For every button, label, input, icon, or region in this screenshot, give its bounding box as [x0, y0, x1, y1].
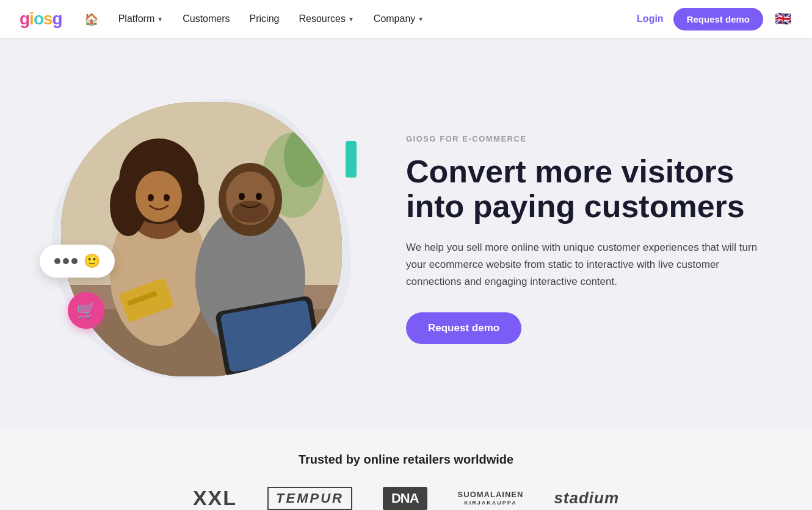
nav-company-label: Company	[374, 13, 415, 24]
nav-customers-label: Customers	[183, 13, 230, 24]
nav-resources-label: Resources	[299, 13, 345, 24]
hero-headline: Convert more visitors into paying custom…	[406, 154, 760, 224]
logo[interactable]: giosg	[20, 9, 62, 29]
cart-icon: 🛒	[68, 292, 104, 329]
trusted-title: Trusted by online retailers worldwide	[37, 453, 775, 467]
language-selector[interactable]: 🇬🇧	[773, 9, 792, 29]
nav-item-resources[interactable]: Resources ▼	[289, 9, 363, 29]
nav-item-company[interactable]: Company ▼	[364, 9, 433, 29]
svg-point-12	[148, 194, 154, 201]
request-demo-button-hero[interactable]: Request demo	[406, 312, 521, 344]
nav-item-pricing[interactable]: Pricing	[240, 9, 289, 29]
svg-point-19	[256, 193, 262, 200]
nav-right: Login Request demo 🇬🇧	[637, 8, 792, 31]
request-demo-button-nav[interactable]: Request demo	[673, 8, 763, 31]
hero-text: GIOSG FOR E-COMMERCE Convert more visito…	[406, 134, 760, 344]
home-nav-item[interactable]: 🏠	[79, 10, 104, 29]
svg-point-17	[232, 201, 269, 223]
brand-tempur: TEMPUR	[267, 487, 352, 510]
svg-point-3	[284, 126, 327, 187]
nav-item-platform[interactable]: Platform ▼	[109, 9, 173, 29]
brand-logos-row: XXL TEMPUR DNA SUOMALAINENKIRJAKAUPPA st…	[37, 486, 775, 510]
chevron-down-icon: ▼	[157, 16, 163, 23]
hero-blob	[52, 99, 351, 379]
chat-bubble: 🙂	[40, 245, 115, 278]
svg-point-13	[164, 194, 170, 201]
brand-xxl: XXL	[193, 486, 237, 510]
hero-body: We help you sell more online with unique…	[406, 239, 760, 290]
nav-links: Platform ▼ Customers Pricing Resources ▼…	[109, 9, 637, 29]
brand-stadium: stadium	[554, 489, 619, 508]
chat-dot	[54, 258, 60, 264]
chevron-down-icon: ▼	[418, 16, 424, 23]
chat-dot	[71, 258, 78, 264]
nav-platform-label: Platform	[118, 13, 155, 24]
brand-dna: DNA	[383, 487, 427, 510]
login-button[interactable]: Login	[637, 13, 664, 24]
smiley-icon: 🙂	[84, 253, 100, 269]
trusted-section: Trusted by online retailers worldwide XX…	[0, 428, 812, 510]
svg-point-11	[136, 171, 182, 222]
hero-photo	[61, 102, 342, 376]
navbar: giosg 🏠 Platform ▼ Customers Pricing Res…	[0, 0, 812, 38]
hero-tag: GIOSG FOR E-COMMERCE	[406, 134, 760, 143]
nav-pricing-label: Pricing	[250, 13, 280, 24]
hero-image: 🙂 🛒	[52, 99, 369, 379]
hero-section: 🙂 🛒 GIOSG FOR E-COMMERCE Convert more vi…	[0, 38, 812, 428]
chat-dot	[63, 258, 69, 264]
chevron-down-icon: ▼	[348, 16, 354, 23]
nav-item-customers[interactable]: Customers	[173, 9, 239, 29]
svg-point-18	[239, 193, 245, 200]
brand-suomalainen: SUOMALAINENKIRJAKAUPPA	[458, 490, 524, 506]
green-accent-bar	[346, 141, 357, 178]
hero-photo-inner	[61, 102, 342, 376]
